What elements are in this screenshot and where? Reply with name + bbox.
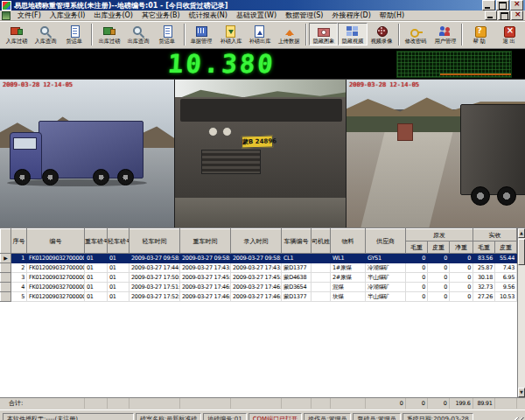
cell: 2009-03-27 17:46:00 — [231, 283, 282, 292]
menu-item[interactable]: 帮助(H) — [375, 10, 409, 20]
cell: FK0120090327000005 — [27, 292, 85, 302]
minimize-icon[interactable] — [482, 0, 495, 10]
column-group-header[interactable]: 实收 — [473, 229, 517, 242]
scroll-down-icon[interactable]: ▼ — [518, 388, 525, 397]
table-row[interactable]: 4FK012009032700000401012009-03-27 17:51:… — [1, 283, 517, 292]
table-row[interactable]: 3FK012009032700000301012009-03-27 17:50:… — [1, 273, 517, 283]
toolbar-button-video[interactable]: 隐藏视频 — [338, 23, 367, 46]
column-header[interactable]: 轻车磅号 — [108, 229, 130, 254]
toolbar-button-label: 补磅入库 — [220, 38, 242, 45]
menu-item[interactable]: 统计报表(N) — [185, 10, 232, 20]
toolbar-button-search[interactable]: 入库查询 — [31, 23, 60, 46]
menu-bar-items: 文件(F)入库业务(I)出库业务(O)其它业务(B)统计报表(N)基础设置(W)… — [13, 10, 409, 20]
toolbar-button-search[interactable]: 出库查询 — [123, 23, 152, 46]
child-close-icon[interactable] — [511, 10, 523, 20]
column-header[interactable]: 司机姓名 — [312, 229, 331, 254]
column-header[interactable]: 录入时间 — [231, 229, 282, 254]
table-row[interactable]: 2FK012009032700000201012009-03-27 17:44:… — [1, 263, 517, 273]
menu-item[interactable]: 出库业务(O) — [89, 10, 137, 20]
exit-icon — [502, 24, 515, 38]
menu-bar: 文件(F)入库业务(I)出库业务(O)其它业务(B)统计报表(N)基础设置(W)… — [0, 10, 525, 21]
toolbar: 入库过磅入库查询货运单出库过磅出库查询货运单单据管理补磅入库补磅出库上传数据隐藏… — [0, 21, 525, 49]
column-header[interactable]: 轻车时间 — [130, 229, 180, 254]
cell: 0 — [406, 292, 428, 302]
led-matrix-underline — [440, 74, 511, 75]
toolbar-button-truck-out[interactable]: 出库过磅 — [94, 23, 123, 46]
cell — [312, 254, 331, 263]
toolbar-button-users[interactable]: 用户管理 — [430, 23, 459, 46]
waybill-icon — [161, 24, 174, 38]
camera-icon — [317, 24, 330, 38]
cell: 2009-03-27 17:50:00 — [130, 273, 180, 283]
toolbar-button-camera[interactable]: 隐藏图象 — [309, 23, 338, 46]
column-header[interactable]: 编号 — [27, 229, 85, 254]
column-header[interactable]: 物料 — [331, 229, 366, 254]
toolbar-button-exit[interactable]: 退 出 — [494, 23, 523, 46]
cell: 55.44 — [495, 254, 517, 263]
column-subheader[interactable]: 皮重 — [428, 242, 450, 254]
menu-item[interactable]: 外接程序(D) — [327, 10, 374, 20]
scrollbar-thumb[interactable] — [518, 239, 525, 265]
table-row[interactable]: 5FK012009032700000501012009-03-27 17:52:… — [1, 292, 517, 302]
column-group-header[interactable]: 原发 — [406, 229, 473, 242]
cell — [311, 398, 330, 409]
menu-item[interactable]: 数据管理(S) — [281, 10, 327, 20]
cell: 蒙D4638 — [282, 273, 312, 283]
cell: 0 — [428, 283, 450, 292]
column-subheader[interactable]: 皮重 — [495, 242, 517, 254]
toolbar-button-help[interactable]: 帮 助 — [465, 23, 494, 46]
cell — [281, 398, 311, 409]
toolbar-button-label: 出库过磅 — [98, 38, 120, 45]
toolbar-button-docs[interactable]: 单据管理 — [187, 23, 216, 46]
totals-table-row: 合计:000199.689.91 — [0, 398, 516, 409]
column-header[interactable]: 重车时间 — [180, 229, 231, 254]
cell: 0 — [450, 273, 473, 283]
led-display-bar: 10.380 — [0, 49, 525, 80]
cell — [179, 398, 230, 409]
cell: 2 — [11, 263, 27, 273]
toolbar-button-doc-in[interactable]: 补磅入库 — [216, 23, 245, 46]
headlight — [208, 127, 218, 136]
column-subheader[interactable]: 毛重 — [473, 242, 495, 254]
toolbar-button-waybill[interactable]: 货运单 — [152, 23, 181, 46]
menu-item[interactable]: 入库业务(I) — [46, 10, 90, 20]
status-panel: COM端口已打开 — [248, 413, 302, 420]
total-value — [494, 398, 516, 409]
app-window: { "window": { "title": "易思地磅称重管理系统(未注册)-… — [0, 0, 525, 420]
cell: 6.95 — [495, 273, 517, 283]
toolbar-button-doc-out[interactable]: 补磅出库 — [245, 23, 274, 46]
row-gutter — [1, 273, 11, 283]
scroll-up-icon[interactable]: ▲ — [518, 228, 525, 238]
restore-icon[interactable] — [496, 0, 509, 10]
column-header[interactable]: 序号 — [11, 229, 27, 254]
toolbar-button-waybill[interactable]: 货运单 — [60, 23, 89, 46]
child-minimize-icon[interactable] — [485, 10, 497, 20]
doc-out-icon — [253, 24, 266, 38]
column-header[interactable]: 重车磅号 — [85, 229, 108, 254]
status-panel: 本软件授权于:----(未注册) — [3, 413, 134, 420]
cell: 3 — [11, 273, 27, 283]
cell: 半山煤矿 — [366, 292, 406, 302]
license-plate: 蒙B 24896 — [242, 135, 273, 148]
app-icon — [2, 1, 11, 10]
toolbar-button-truck-in[interactable]: 入库过磅 — [2, 23, 31, 46]
child-restore-icon[interactable] — [498, 10, 510, 20]
menu-item[interactable]: 文件(F) — [13, 10, 46, 20]
menu-item[interactable]: 其它业务(B) — [137, 10, 185, 20]
cell: 01 — [108, 283, 130, 292]
toolbar-button-upload[interactable]: 上传数据 — [275, 23, 304, 46]
records-table: 序号编号重车磅号轻车磅号轻车时间重车时间录入时间车辆编号司机姓名物料供应商原发实… — [0, 228, 517, 302]
status-panel: 系统日期:2009-03-28 — [402, 413, 473, 420]
toolbar-button-key[interactable]: 修改密码 — [402, 23, 430, 46]
column-header[interactable]: 车辆编号 — [282, 229, 312, 254]
toolbar-button-film[interactable]: 视频录像 — [368, 23, 396, 46]
cell: 01 — [85, 283, 108, 292]
column-header[interactable]: 供应商 — [366, 229, 406, 254]
column-subheader[interactable]: 毛重 — [406, 242, 428, 254]
vertical-scrollbar[interactable]: ▲ ▼ — [517, 228, 525, 397]
column-subheader[interactable]: 净重 — [450, 242, 473, 254]
table-row[interactable]: ▶1FK012009032700000101012009-03-27 09:58… — [1, 254, 517, 263]
cell: 2009-03-27 17:52:00 — [130, 292, 180, 302]
menu-item[interactable]: 基础设置(W) — [232, 10, 281, 20]
cell — [129, 398, 179, 409]
